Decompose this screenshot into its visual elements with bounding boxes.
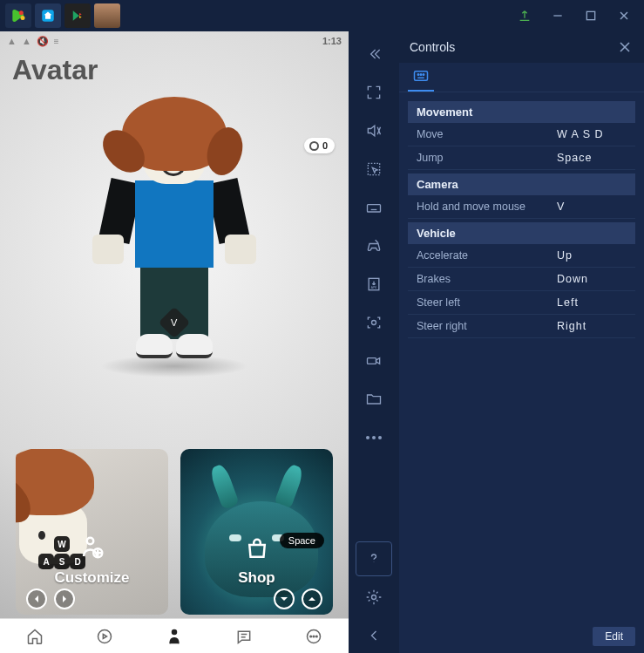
control-row[interactable]: MoveW A S D (408, 123, 635, 146)
svg-rect-4 (586, 11, 594, 19)
control-row[interactable]: Steer rightRight (408, 315, 635, 338)
warning-icon: ▲ (7, 36, 17, 46)
mute-icon: 🔇 (37, 36, 49, 47)
control-key: Up (557, 249, 627, 262)
control-row[interactable]: JumpSpace (408, 146, 635, 170)
logo-tab[interactable] (5, 3, 31, 28)
upload-button[interactable] (510, 3, 539, 28)
svg-point-32 (420, 74, 422, 76)
nav-discover[interactable] (92, 623, 118, 650)
folder-button[interactable] (356, 382, 392, 417)
section-header: Vehicle (408, 222, 635, 244)
key-hint-a: A (38, 554, 54, 569)
svg-point-33 (423, 74, 424, 76)
control-section: MovementMoveW A S DJumpSpace (408, 101, 635, 170)
shop-card[interactable]: Space Shop (180, 449, 333, 615)
control-row[interactable]: Hold and move mouseV (408, 195, 635, 219)
section-header: Camera (408, 173, 635, 195)
collapse-rail-button[interactable] (356, 37, 392, 71)
cursor-mode-button[interactable] (356, 152, 392, 187)
control-key: Left (557, 296, 627, 309)
avatar-figure: V (87, 97, 261, 384)
svg-point-31 (417, 74, 419, 76)
svg-point-15 (313, 636, 315, 637)
svg-point-1 (21, 16, 25, 20)
controls-footer: Edit (399, 620, 644, 653)
titlebar (0, 0, 644, 31)
controls-title: Controls (410, 40, 616, 54)
control-action: Move (417, 128, 557, 140)
control-key: W A S D (557, 128, 627, 140)
svg-rect-17 (368, 163, 379, 174)
control-row[interactable]: BrakesDown (408, 268, 635, 291)
playstore-tab[interactable] (64, 3, 91, 28)
more-button[interactable] (356, 420, 392, 455)
game-viewport: ▲ ▲ 🔇 ≡ 1:13 Avatar 0 V W A D (0, 31, 349, 653)
tab-scheme[interactable] (408, 65, 434, 92)
gamepad-button[interactable] (356, 228, 392, 263)
nav-prev-button[interactable] (26, 588, 47, 609)
control-action: Steer left (417, 296, 557, 309)
control-key: Right (557, 320, 627, 332)
control-row[interactable]: Steer leftLeft (408, 291, 635, 315)
android-statusbar: ▲ ▲ 🔇 ≡ 1:13 (0, 31, 349, 51)
controls-panel: Controls MovementMoveW A S DJumpSpaceCam… (399, 31, 644, 653)
record-button[interactable] (356, 344, 392, 378)
customize-label: Customize (55, 569, 130, 587)
play-store-icon (71, 10, 84, 22)
shop-label: Shop (238, 569, 275, 587)
control-action: Accelerate (417, 249, 557, 262)
maximize-button[interactable] (576, 3, 606, 28)
nav-more[interactable] (301, 623, 327, 650)
back-button[interactable] (356, 618, 392, 653)
key-hint-w: W (54, 536, 70, 552)
close-window-button[interactable] (609, 3, 639, 28)
fullscreen-button[interactable] (356, 75, 392, 110)
control-key: Down (557, 273, 627, 285)
minimize-button[interactable] (543, 3, 573, 28)
nav-up-button[interactable] (302, 588, 322, 609)
customize-card[interactable]: W A D S Customize (16, 449, 168, 615)
nav-home[interactable] (22, 623, 48, 650)
svg-point-7 (86, 538, 93, 545)
section-header: Movement (408, 101, 635, 123)
svg-point-14 (310, 636, 312, 637)
edit-button[interactable]: Edit (593, 627, 635, 646)
control-action: Steer right (417, 320, 557, 332)
nav-chat[interactable] (231, 623, 257, 650)
shop-icon (244, 536, 270, 566)
volume-button[interactable] (356, 113, 392, 148)
page-title: Avatar (0, 51, 349, 90)
apk-button[interactable]: APK (356, 267, 392, 302)
controls-tabs (399, 63, 644, 92)
control-row[interactable]: AccelerateUp (408, 244, 635, 268)
bluestacks-logo-icon (10, 7, 27, 24)
nav-down-button[interactable] (274, 588, 295, 609)
side-rail: APK (349, 31, 399, 653)
nav-next-button[interactable] (54, 588, 75, 609)
help-button[interactable] (356, 541, 392, 576)
svg-point-25 (372, 321, 376, 325)
control-section: VehicleAccelerateUpBrakesDownSteer leftL… (408, 222, 635, 338)
controls-header: Controls (399, 31, 644, 63)
svg-rect-26 (368, 358, 376, 364)
svg-point-10 (173, 629, 177, 634)
control-action: Hold and move mouse (417, 201, 557, 213)
control-section: CameraHold and move mouseV (408, 173, 635, 219)
nav-avatar[interactable] (161, 623, 187, 650)
key-hint-s: S (54, 554, 70, 569)
status-time: 1:13 (322, 36, 342, 46)
controls-body: MovementMoveW A S DJumpSpaceCameraHold a… (399, 92, 644, 620)
close-panel-button[interactable] (616, 38, 634, 56)
control-action: Jump (417, 152, 557, 164)
keyboard-button[interactable] (356, 190, 392, 225)
cards-row: W A D S Customize Space Shop (0, 449, 349, 615)
customize-icon (79, 534, 105, 564)
svg-point-16 (316, 636, 318, 637)
warning-icon: ▲ (22, 36, 31, 46)
bottom-nav (0, 618, 349, 653)
settings-button[interactable] (356, 580, 392, 615)
screenshot-button[interactable] (356, 305, 392, 340)
game-tab[interactable] (94, 3, 120, 28)
home-tab[interactable] (35, 3, 61, 28)
